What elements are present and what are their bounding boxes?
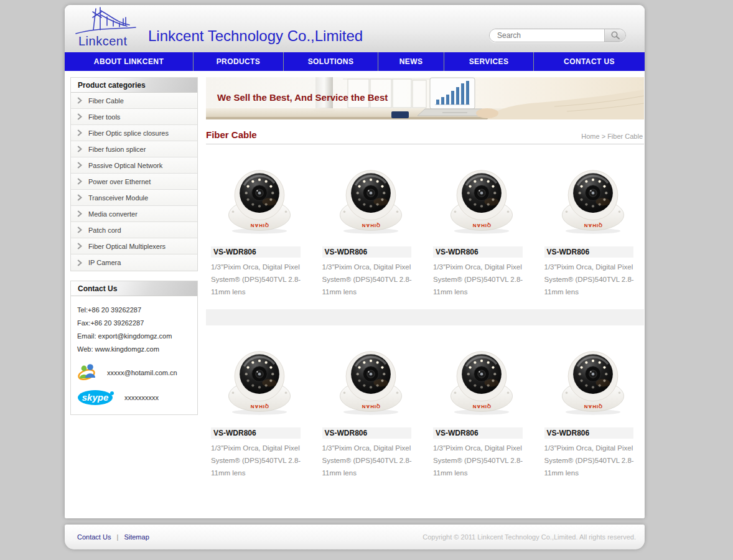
logo-wordmark: Linkcent (78, 34, 128, 49)
breadcrumb-separator: > (602, 133, 605, 140)
contact-info: Tel:+86 20 39262287 Fax:+86 20 39262287 … (71, 296, 197, 414)
nav-about[interactable]: ABOUT LINKCENT (65, 52, 193, 71)
category-item[interactable]: Media converter (71, 206, 197, 222)
sidebar: Product categories Fiber Cable (70, 77, 198, 424)
skype-logo: skype (77, 390, 116, 406)
product-categories-box: Product categories Fiber Cable (70, 77, 198, 271)
nav-contact[interactable]: CONTACT US (533, 52, 645, 71)
company-title: Linkcent Technology Co.,Limited (148, 27, 363, 45)
breadcrumb-home-link[interactable]: Home (581, 133, 599, 140)
main-container: Linkcent Linkcent Technology Co.,Limited… (65, 5, 645, 518)
nav-solutions[interactable]: SOLUTIONS (283, 52, 378, 71)
product-description: 1/3″Pixim Orca, Digital Pixel System® (D… (211, 442, 309, 479)
search-box (489, 29, 626, 42)
product-title[interactable]: VS-WDR806 (433, 246, 523, 258)
category-label: Fiber fusion splicer (88, 146, 146, 153)
product-grid-row-2: QIHAN VS-WDR806 1/3″Pixim Orca, Digital … (206, 334, 644, 485)
hero-banner: We Sell the Best, And Service the Best (206, 77, 644, 119)
svg-text:QIHAN: QIHAN (584, 223, 602, 228)
category-item[interactable]: Transceiver Module (71, 190, 197, 206)
contact-email: Email: export@kingdomgz.com (77, 330, 192, 343)
chevron-right-icon (77, 113, 82, 120)
banner-slogan: We Sell the Best, And Service the Best (217, 92, 388, 103)
category-item[interactable]: Fiber fusion splicer (71, 141, 197, 157)
chevron-right-icon (77, 178, 82, 185)
skype-row: skype xxxxxxxxxx (77, 390, 192, 406)
page-title-row: Fiber Cable Home > Fiber Cable (206, 129, 644, 144)
footer-sitemap-link[interactable]: Sitemap (124, 533, 149, 541)
product-card[interactable]: QIHAN VS-WDR806 1/3″Pixim Orca, Digital … (539, 334, 645, 485)
contact-fax: Fax:+86 20 39262287 (77, 317, 192, 330)
product-title[interactable]: VS-WDR806 (211, 427, 301, 439)
product-card[interactable]: QIHAN VS-WDR806 1/3″Pixim Orca, Digital … (206, 334, 311, 485)
chevron-right-icon (77, 162, 82, 169)
category-item[interactable]: Power over Ethernet (71, 174, 197, 190)
site-header: Linkcent Linkcent Technology Co.,Limited (65, 5, 645, 52)
chevron-right-icon (77, 259, 82, 266)
product-description: 1/3″Pixim Orca, Digital Pixel System® (D… (544, 261, 642, 298)
product-title[interactable]: VS-WDR806 (211, 246, 301, 258)
dome-camera-image: QIHAN (211, 154, 309, 243)
breadcrumb: Home > Fiber Cable (581, 133, 644, 140)
content-area: Product categories Fiber Cable (65, 71, 645, 518)
contact-us-box: Contact Us Tel:+86 20 39262287 Fax:+86 2… (70, 281, 198, 415)
nav-news[interactable]: NEWS (378, 52, 444, 71)
svg-text:QIHAN: QIHAN (250, 223, 269, 228)
product-description: 1/3″Pixim Orca, Digital Pixel System® (D… (433, 261, 531, 298)
product-description: 1/3″Pixim Orca, Digital Pixel System® (D… (433, 442, 531, 479)
msn-messenger-icon (77, 363, 98, 382)
main-column: We Sell the Best, And Service the Best F… (206, 77, 644, 485)
dome-camera-image: QIHAN (211, 335, 309, 424)
search-input[interactable] (490, 29, 604, 42)
product-card[interactable]: QIHAN VS-WDR806 1/3″Pixim Orca, Digital … (539, 153, 645, 304)
category-item[interactable]: IP Camera (71, 254, 197, 271)
nav-services[interactable]: SERVICES (444, 52, 533, 71)
category-item[interactable]: Patch cord (71, 222, 197, 238)
contact-web: Web: www.kingdomgz.com (77, 343, 192, 356)
product-title[interactable]: VS-WDR806 (433, 427, 523, 439)
category-label: Fiber Cable (88, 97, 124, 105)
chevron-right-icon (77, 129, 82, 136)
svg-text:QIHAN: QIHAN (250, 404, 269, 409)
chevron-right-icon (77, 194, 82, 201)
product-title[interactable]: VS-WDR806 (544, 427, 634, 439)
contact-us-title: Contact Us (71, 281, 197, 296)
product-card[interactable]: QIHAN VS-WDR806 1/3″Pixim Orca, Digital … (317, 334, 423, 485)
dome-camera-image: QIHAN (544, 154, 642, 243)
product-title[interactable]: VS-WDR806 (322, 246, 412, 258)
category-label: Transceiver Module (88, 194, 148, 202)
product-description: 1/3″Pixim Orca, Digital Pixel System® (D… (322, 442, 420, 479)
category-item[interactable]: Fiber Optical Multiplexers (71, 238, 197, 254)
footer-contact-link[interactable]: Contact Us (77, 533, 111, 541)
product-description: 1/3″Pixim Orca, Digital Pixel System® (D… (322, 261, 420, 298)
skype-account: xxxxxxxxxx (124, 394, 159, 401)
dome-camera-image: QIHAN (322, 154, 420, 243)
product-card[interactable]: QIHAN VS-WDR806 1/3″Pixim Orca, Digital … (428, 334, 533, 485)
product-card[interactable]: QIHAN VS-WDR806 1/3″Pixim Orca, Digital … (317, 153, 423, 304)
contact-tel: Tel:+86 20 39262287 (77, 304, 192, 317)
category-item[interactable]: Fiber Cable (71, 93, 197, 109)
product-title[interactable]: VS-WDR806 (322, 427, 412, 439)
dome-camera-image: QIHAN (322, 335, 420, 424)
product-description: 1/3″Pixim Orca, Digital Pixel System® (D… (211, 261, 309, 298)
chevron-right-icon (77, 210, 82, 217)
svg-text:QIHAN: QIHAN (362, 223, 380, 228)
product-card[interactable]: QIHAN VS-WDR806 1/3″Pixim Orca, Digital … (206, 153, 311, 304)
nav-products[interactable]: PRODUCTS (193, 52, 283, 71)
category-label: IP Camera (88, 259, 121, 266)
dome-camera-image: QIHAN (433, 154, 531, 243)
category-item[interactable]: Fiber Optic splice closures (71, 125, 197, 141)
footer-links: Contact Us | Sitemap (77, 533, 149, 541)
msn-account: xxxxx@hotamil.com.cn (107, 369, 177, 376)
category-label: Fiber Optic splice closures (88, 129, 169, 137)
product-card[interactable]: QIHAN VS-WDR806 1/3″Pixim Orca, Digital … (428, 153, 533, 304)
product-categories-title: Product categories (71, 78, 197, 93)
category-item[interactable]: Fiber tools (71, 109, 197, 125)
category-item[interactable]: Passive Optical Network (71, 157, 197, 174)
main-nav: ABOUT LINKCENT PRODUCTS SOLUTIONS NEWS S… (65, 52, 645, 71)
product-title[interactable]: VS-WDR806 (544, 246, 634, 258)
company-logo[interactable]: Linkcent (71, 6, 139, 51)
svg-text:skype: skype (82, 392, 109, 403)
search-button[interactable] (604, 29, 625, 42)
category-label: Fiber tools (88, 113, 120, 121)
